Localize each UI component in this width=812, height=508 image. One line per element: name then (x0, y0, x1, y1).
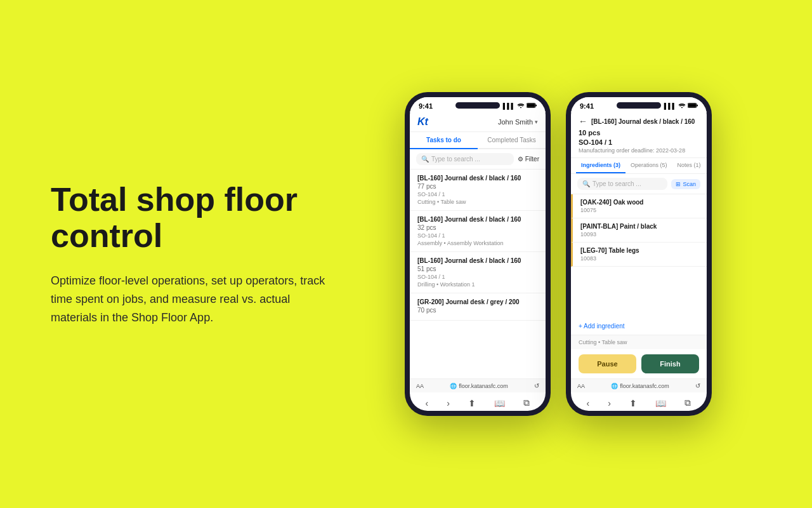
browser-bar-1: AA 🌐 floor.katanasfc.com ↺ (410, 378, 546, 392)
task-list: [BL-160] Journal desk / black / 160 77 p… (410, 170, 546, 378)
task-tags-2: Assembly • Assembly Workstation (417, 240, 538, 246)
action-buttons: Pause Finish (571, 349, 707, 378)
cutting-info: Cutting • Table saw (571, 335, 707, 349)
notch-2 (617, 102, 661, 109)
nav-share-1[interactable]: ⬆ (468, 398, 476, 408)
nav-share-2[interactable]: ⬆ (629, 398, 637, 408)
search-box-1[interactable]: 🔍 Type to search ... (416, 153, 514, 165)
task-so-1: SO-104 / 1 (417, 191, 538, 197)
task-title-4: [GR-200] Journal desk / grey / 200 (417, 298, 538, 305)
status-icons-2: ▌▌▌ (664, 102, 698, 110)
detail-deadline: Manufacturing order deadline: 2022-03-28 (579, 147, 699, 154)
nav-tabs-1[interactable]: ⧉ (523, 398, 530, 408)
nav-forward-1[interactable]: › (447, 398, 450, 408)
svg-rect-5 (688, 104, 697, 107)
detail-tab-notes[interactable]: Notes (1) (672, 158, 706, 173)
svg-rect-2 (527, 104, 535, 107)
search-icon-2: 🔍 (582, 180, 590, 187)
ingredient-code-1: 10075 (580, 207, 699, 213)
task-tags-1: Cutting • Table saw (417, 199, 538, 205)
nav-forward-2[interactable]: › (608, 398, 611, 408)
app-logo-1: Kt (417, 116, 428, 128)
task-qty-1: 77 pcs (417, 183, 538, 190)
nav-back-1[interactable]: ‹ (426, 398, 429, 408)
ingredient-item-3[interactable]: [LEG-70] Table legs 10083 (571, 243, 707, 267)
left-content: Total shop floor control Optimize floor-… (51, 182, 355, 327)
phone-2: 9:41 ▌▌▌ ← (566, 92, 712, 416)
task-item-4[interactable]: [GR-200] Journal desk / grey / 200 70 pc… (410, 293, 546, 321)
ingredient-name-2: [PAINT-BLA] Paint / black (580, 223, 699, 230)
task-item-1[interactable]: [BL-160] Journal desk / black / 160 77 p… (410, 170, 546, 211)
search-box-2[interactable]: 🔍 Type to search ... (577, 178, 667, 190)
battery-icon-1 (527, 102, 537, 110)
task-title-2: [BL-160] Journal desk / black / 160 (417, 216, 538, 223)
tab-tasks-to-do[interactable]: Tasks to do (410, 132, 478, 149)
svg-rect-1 (535, 105, 537, 107)
task-title-1: [BL-160] Journal desk / black / 160 (417, 175, 538, 182)
browser-refresh-1[interactable]: ↺ (534, 382, 539, 389)
phone-2-content: ← [BL-160] Journal desk / black / 160 10… (571, 112, 707, 411)
ingredient-code-2: 10093 (580, 231, 699, 237)
task-item-3[interactable]: [BL-160] Journal desk / black / 160 51 p… (410, 252, 546, 293)
browser-nav-2: ‹ › ⬆ 📖 ⧉ (571, 392, 707, 411)
task-qty-2: 32 pcs (417, 224, 538, 231)
nav-bookmarks-1[interactable]: 📖 (494, 398, 505, 408)
task-so-3: SO-104 / 1 (417, 274, 538, 280)
filter-button-1[interactable]: ⚙ Filter (518, 156, 539, 163)
user-name-1[interactable]: John Smith ▾ (498, 118, 538, 126)
nav-tabs-2[interactable]: ⧉ (684, 398, 691, 408)
browser-aa-2: AA (577, 383, 585, 389)
ingredient-item-2[interactable]: [PAINT-BLA] Paint / black 10093 (571, 218, 707, 243)
scan-button[interactable]: ⊞ Scan (671, 179, 700, 189)
nav-bookmarks-2[interactable]: 📖 (655, 398, 666, 408)
ingredient-name-3: [LEG-70] Table legs (580, 247, 699, 254)
browser-bar-2: AA 🌐 floor.katanasfc.com ↺ (571, 378, 707, 392)
hero-subtitle: Optimize floor-level operations, set up … (51, 272, 330, 326)
back-arrow[interactable]: ← (579, 116, 587, 126)
tab-completed-tasks[interactable]: Completed Tasks (478, 132, 546, 148)
detail-header: ← [BL-160] Journal desk / black / 160 10… (571, 112, 707, 158)
svg-rect-4 (697, 105, 698, 107)
finish-button[interactable]: Finish (641, 354, 699, 373)
task-title-3: [BL-160] Journal desk / black / 160 (417, 257, 538, 264)
search-placeholder-2: Type to search ... (593, 180, 641, 187)
status-icons-1: ▌▌▌ (503, 102, 537, 110)
ingredient-code-3: 10083 (580, 255, 699, 262)
task-item-2[interactable]: [BL-160] Journal desk / black / 160 32 p… (410, 211, 546, 252)
back-row: ← [BL-160] Journal desk / black / 160 (579, 116, 699, 126)
pause-button[interactable]: Pause (579, 354, 636, 373)
phones-container: 9:41 ▌▌▌ Kt (355, 92, 761, 416)
browser-nav-1: ‹ › ⬆ 📖 ⧉ (410, 392, 546, 411)
detail-tab-operations[interactable]: Operations (5) (625, 158, 672, 173)
detail-tab-ingredients[interactable]: Ingredients (3) (576, 158, 625, 173)
tabs-bar-1: Tasks to do Completed Tasks (410, 132, 546, 149)
battery-icon-2 (688, 102, 698, 110)
phone-2-inner: 9:41 ▌▌▌ ← (571, 97, 707, 411)
ingredient-name-1: [OAK-240] Oak wood (580, 199, 699, 206)
browser-url-1: 🌐 floor.katanasfc.com (450, 383, 508, 389)
signal-icon-1: ▌▌▌ (503, 103, 515, 109)
filter-icon-1: ⚙ (518, 156, 523, 163)
search-placeholder-1: Type to search ... (431, 156, 480, 163)
detail-tabs: Ingredients (3) Operations (5) Notes (1) (571, 158, 707, 174)
ingredient-list: [OAK-240] Oak wood 10075 [PAINT-BLA] Pai… (571, 194, 707, 318)
browser-url-2: 🌐 floor.katanasfc.com (611, 383, 669, 389)
detail-title: [BL-160] Journal desk / black / 160 (591, 117, 695, 126)
detail-so: SO-104 / 1 (579, 138, 699, 146)
status-time-2: 9:41 (580, 102, 594, 110)
scan-icon: ⊞ (676, 181, 681, 187)
user-chevron: ▾ (535, 119, 538, 125)
task-qty-4: 70 pcs (417, 307, 538, 314)
phone-1: 9:41 ▌▌▌ Kt (405, 92, 551, 416)
ingredient-item-1[interactable]: [OAK-240] Oak wood 10075 (571, 194, 707, 218)
browser-aa-1: AA (416, 383, 424, 389)
search-bar-1: 🔍 Type to search ... ⚙ Filter (410, 149, 546, 170)
hero-title: Total shop floor control (51, 182, 330, 254)
globe-icon-2: 🌐 (611, 383, 618, 389)
wifi-icon-2 (678, 102, 686, 110)
detail-qty: 10 pcs (579, 129, 699, 137)
nav-back-2[interactable]: ‹ (587, 398, 590, 408)
browser-refresh-2[interactable]: ↺ (695, 382, 700, 389)
add-ingredient-button[interactable]: + Add ingredient (571, 318, 707, 335)
phone-1-inner: 9:41 ▌▌▌ Kt (410, 97, 546, 411)
